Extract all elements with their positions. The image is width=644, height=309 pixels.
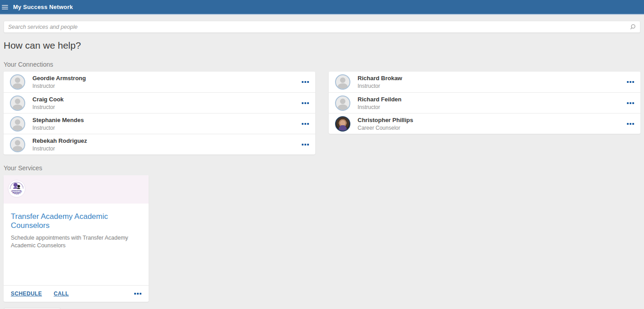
connections-grid: Geordie Armstrong Instructor Craig Cook … [4, 72, 640, 154]
ellipsis-menu-icon[interactable] [301, 100, 309, 106]
service-actions: SCHEDULECALL [4, 285, 149, 302]
services-grid: TRANSFER ACADEMY COUNSELOR Transfer Acad… [4, 175, 640, 302]
connection-name: Rebekah Rodriguez [32, 137, 87, 144]
connection-row[interactable]: Craig Cook Instructor [4, 92, 315, 113]
connection-role: Career Counselor [358, 125, 413, 131]
avatar [10, 137, 25, 152]
connection-role: Instructor [32, 104, 63, 110]
connection-name: Stephanie Mendes [32, 117, 84, 123]
avatar [10, 74, 25, 90]
avatar [335, 74, 350, 90]
connection-name: Christopher Phillips [358, 117, 413, 123]
ellipsis-menu-icon[interactable] [133, 291, 141, 296]
avatar [335, 116, 350, 132]
connection-role: Instructor [32, 125, 84, 131]
connection-row[interactable]: Stephanie Mendes Instructor [4, 113, 315, 134]
search-icon[interactable] [630, 24, 636, 30]
avatar [10, 116, 25, 132]
service-logo-icon: TRANSFER ACADEMY COUNSELOR [8, 180, 26, 198]
ellipsis-menu-icon[interactable] [301, 79, 309, 85]
service-action-call[interactable]: CALL [54, 291, 69, 297]
services-heading: Your Services [4, 164, 640, 172]
ellipsis-menu-icon[interactable] [626, 79, 634, 85]
connection-role: Instructor [32, 145, 87, 152]
main-content: How can we help? Your Connections Geordi… [0, 21, 644, 309]
connection-name: Richard Feilden [358, 96, 402, 103]
ellipsis-menu-icon[interactable] [301, 121, 309, 127]
connection-row[interactable]: Christopher Phillips Career Counselor [329, 113, 640, 134]
page-heading: How can we help? [4, 40, 640, 51]
connections-panel: Geordie Armstrong Instructor Craig Cook … [4, 72, 315, 154]
connection-row[interactable]: Richard Feilden Instructor [329, 92, 640, 113]
connection-row[interactable]: Geordie Armstrong Instructor [4, 72, 315, 92]
avatar [10, 95, 25, 111]
service-logo-strip: TRANSFER ACADEMY COUNSELOR [4, 175, 149, 204]
app-window: My Success Network How can we help? Your… [0, 0, 644, 309]
connection-name: Richard Brokaw [358, 75, 402, 82]
ellipsis-menu-icon[interactable] [301, 142, 309, 147]
service-card: TRANSFER ACADEMY COUNSELOR Transfer Acad… [4, 175, 149, 302]
connection-role: Instructor [32, 83, 86, 89]
search-bar [4, 21, 640, 33]
page-title: My Success Network [13, 4, 73, 10]
connection-role: Instructor [358, 83, 402, 89]
service-title[interactable]: Transfer Academy Academic Counselors [11, 212, 141, 230]
avatar [335, 95, 350, 111]
connection-name: Craig Cook [32, 96, 63, 103]
menu-icon[interactable] [2, 4, 8, 10]
connection-row[interactable]: Rebekah Rodriguez Instructor [4, 134, 315, 154]
connections-heading: Your Connections [4, 61, 640, 68]
ellipsis-menu-icon[interactable] [626, 121, 634, 127]
search-input[interactable] [8, 24, 630, 30]
service-action-schedule[interactable]: SCHEDULE [11, 291, 42, 297]
connections-panel: Richard Brokaw Instructor Richard Feilde… [329, 72, 640, 134]
ellipsis-menu-icon[interactable] [626, 100, 634, 106]
connection-row[interactable]: Richard Brokaw Instructor [329, 72, 640, 92]
app-header: My Success Network [0, 0, 644, 15]
connection-role: Instructor [358, 104, 402, 110]
service-description: Schedule appointments with Transfer Acad… [11, 234, 141, 250]
connection-name: Geordie Armstrong [32, 75, 86, 82]
